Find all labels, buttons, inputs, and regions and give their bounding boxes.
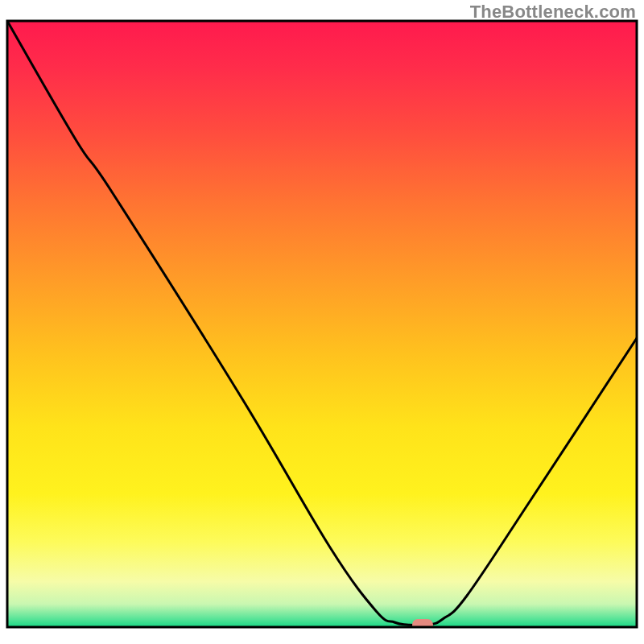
chart-stage: TheBottleneck.com: [0, 0, 644, 644]
bottleneck-chart: [0, 0, 644, 644]
optimal-marker: [412, 619, 433, 630]
watermark-text: TheBottleneck.com: [470, 2, 636, 23]
